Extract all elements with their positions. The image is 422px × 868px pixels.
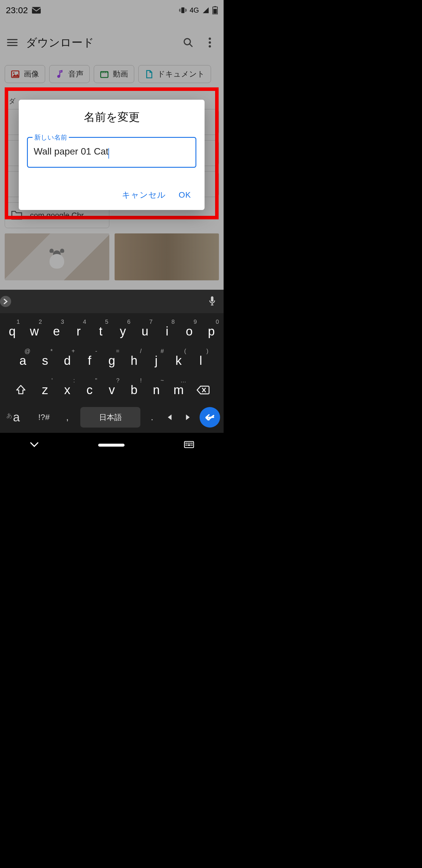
key-e[interactable]: e3 — [46, 317, 67, 345]
key-r[interactable]: r4 — [68, 317, 89, 345]
field-label: 新しい名前 — [33, 133, 69, 142]
key-j[interactable]: j# — [145, 347, 167, 375]
key-o[interactable]: o9 — [179, 317, 200, 345]
key-s[interactable]: s* — [35, 347, 56, 375]
backspace-key[interactable] — [190, 376, 216, 404]
svg-rect-17 — [189, 442, 191, 444]
cursor-left-key[interactable] — [161, 407, 178, 428]
key-i[interactable]: i8 — [157, 317, 178, 345]
svg-rect-18 — [191, 442, 192, 444]
expand-toolbar-icon[interactable] — [0, 296, 11, 307]
key-w[interactable]: w2 — [24, 317, 45, 345]
key-x[interactable]: x: — [57, 376, 78, 404]
comma-key[interactable]: , — [59, 407, 76, 428]
svg-rect-20 — [191, 444, 192, 446]
symbols-key[interactable]: !?# — [31, 407, 57, 428]
key-u[interactable]: u7 — [134, 317, 156, 345]
filename-input[interactable]: Wall paper 01 Cat — [34, 146, 108, 157]
svg-rect-13 — [211, 296, 214, 302]
navigation-bar — [0, 433, 224, 458]
key-d[interactable]: d+ — [57, 347, 78, 375]
svg-rect-15 — [186, 442, 187, 444]
key-l[interactable]: l) — [190, 347, 211, 375]
key-a[interactable]: a@ — [12, 347, 33, 375]
svg-rect-19 — [186, 444, 187, 446]
rename-dialog: 名前を変更 新しい名前 Wall paper 01 Cat キャンセル OK — [19, 100, 204, 210]
key-y[interactable]: y6 — [112, 317, 134, 345]
key-f[interactable]: f- — [79, 347, 100, 375]
enter-key[interactable] — [200, 407, 220, 428]
nav-home-pill[interactable] — [98, 444, 125, 446]
key-k[interactable]: k( — [168, 347, 189, 375]
svg-rect-16 — [187, 442, 188, 444]
key-p[interactable]: p0 — [201, 317, 222, 345]
suggestion-bar — [0, 290, 224, 313]
key-q[interactable]: q1 — [2, 317, 23, 345]
nav-keyboard-switch-icon[interactable] — [184, 441, 194, 450]
soft-keyboard: q1w2e3r4t5y6u7i8o9p0 a@s*d+f-g=h/j#k(l) … — [0, 290, 224, 433]
filename-field[interactable]: 新しい名前 Wall paper 01 Cat — [27, 137, 196, 168]
key-v[interactable]: v? — [101, 376, 123, 404]
key-m[interactable]: m… — [168, 376, 189, 404]
dialog-title: 名前を変更 — [27, 110, 196, 125]
shift-key[interactable] — [8, 376, 34, 404]
ok-button[interactable]: OK — [179, 189, 191, 200]
svg-rect-21 — [187, 444, 190, 446]
key-z[interactable]: z' — [35, 376, 56, 404]
mic-icon[interactable] — [204, 296, 221, 307]
space-key[interactable]: 日本語 — [80, 407, 140, 428]
key-t[interactable]: t5 — [90, 317, 111, 345]
key-n[interactable]: n~ — [146, 376, 167, 404]
kana-mode-key[interactable]: あ a — [3, 407, 29, 428]
key-h[interactable]: h/ — [123, 347, 144, 375]
key-b[interactable]: b! — [124, 376, 145, 404]
period-key[interactable]: . — [144, 407, 160, 428]
key-g[interactable]: g= — [101, 347, 123, 375]
cancel-button[interactable]: キャンセル — [122, 189, 166, 200]
key-c[interactable]: c" — [79, 376, 100, 404]
nav-back-icon[interactable] — [30, 442, 39, 449]
cursor-right-key[interactable] — [180, 407, 196, 428]
